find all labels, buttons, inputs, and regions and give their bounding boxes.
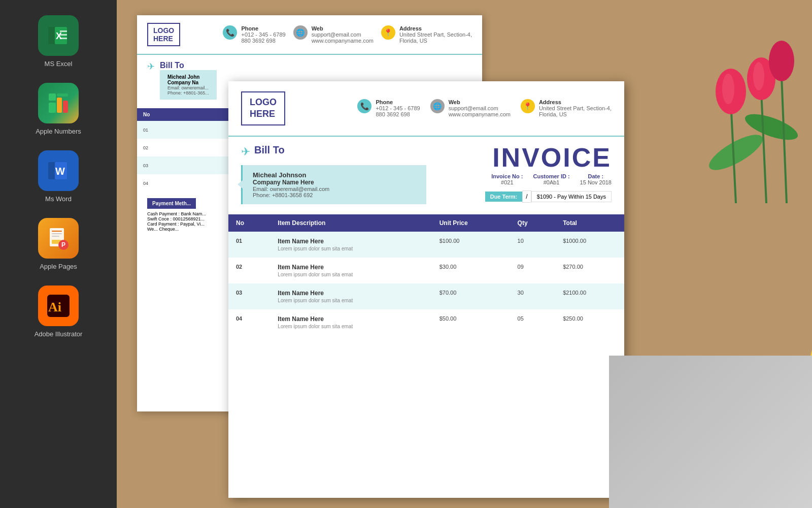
table-row: 04 Item Name Here Lorem ipsum dolor sum … <box>228 309 624 335</box>
tulip-decoration <box>634 0 812 203</box>
svg-rect-5 <box>60 38 67 39</box>
svg-rect-7 <box>49 103 56 113</box>
svg-rect-9 <box>63 101 68 113</box>
excel-icon: X <box>38 15 79 56</box>
svg-point-31 <box>722 74 734 104</box>
customer-id-meta: Customer ID : #0Ab1 <box>533 173 569 185</box>
svg-text:W: W <box>55 166 65 177</box>
sidebar-item-ms-excel[interactable]: X MS Excel <box>38 15 79 68</box>
logo-box: LOGO HERE <box>241 91 285 125</box>
due-slash: / <box>522 190 531 203</box>
excel-label: MS Excel <box>45 60 73 68</box>
invoice-header: LOGO HERE 📞 Phone +012 - 345 - 6789 880 … <box>228 81 624 137</box>
col-unit-price: Unit Price <box>432 214 510 232</box>
svg-text:P: P <box>61 241 65 248</box>
svg-point-30 <box>769 41 794 81</box>
main-area: LOGO HERE 📞 Phone +012 - 345 - 6789 880 … <box>117 0 812 508</box>
col-qty: Qty <box>510 214 556 232</box>
bill-to-section: ✈ Bill To Micheal Johnson Company Name H… <box>241 144 426 204</box>
table-row: 03 Item Name Here Lorem ipsum dolor sum … <box>228 283 624 309</box>
date-meta: Date : 15 Nov 2018 <box>580 173 612 185</box>
svg-rect-3 <box>60 30 67 32</box>
client-phone: Phone: +8801-3658 692 <box>253 192 416 198</box>
back-address-contact: 📍 Address United Street Part, Section-4,… <box>381 25 472 44</box>
col-item-desc: Item Description <box>270 214 431 232</box>
back-web-icon: 🌐 <box>293 25 308 40</box>
svg-point-32 <box>753 62 764 90</box>
sidebar-item-adobe-ai[interactable]: Ai Adobe Illustrator <box>35 285 83 338</box>
invoice-no-meta: Invoice No : #021 <box>491 173 523 185</box>
svg-rect-15 <box>52 231 62 232</box>
sidebar-item-apple-pages[interactable]: P Apple Pages <box>38 218 79 270</box>
ai-icon: Ai <box>38 285 79 326</box>
invoice-meta: Invoice No : #021 Customer ID : #0Ab1 Da… <box>426 173 612 185</box>
bill-to-title: Bill To <box>254 144 285 156</box>
back-address-icon: 📍 <box>381 25 395 40</box>
web-icon: 🌐 <box>430 99 445 113</box>
client-company: Company Name Here <box>253 179 416 186</box>
table-row: 02 Item Name Here Lorem ipsum dolor sum … <box>228 258 624 283</box>
table-row: 01 Item Name Here Lorem ipsum dolor sum … <box>228 232 624 258</box>
back-bill-card: Micheal John Company Na Email: owneremai… <box>160 70 217 100</box>
back-bill-title: Bill To <box>160 61 217 70</box>
back-payment-header: Payment Meth... <box>147 198 196 209</box>
svg-rect-10 <box>57 93 68 97</box>
back-phone-icon: 📞 <box>223 25 237 40</box>
contact-info: 📞 Phone +012 - 345 - 6789 880 3692 698 🌐… <box>357 99 612 117</box>
address-contact-item: 📍 Address United Street Part, Section-4,… <box>521 99 612 117</box>
svg-rect-6 <box>49 93 56 101</box>
client-email: Email: owneremail@email.com <box>253 186 416 192</box>
svg-line-26 <box>761 91 766 203</box>
svg-rect-4 <box>60 34 67 36</box>
sidebar: X MS Excel Apple Numbers W <box>0 0 117 508</box>
client-name: Micheal Johnson <box>253 171 416 179</box>
due-term-row: Due Term: / $1090 - Pay Within 15 Days <box>485 190 612 203</box>
invoice-title: INVOICE <box>426 144 612 171</box>
invoice-front: LOGO HERE 📞 Phone +012 - 345 - 6789 880 … <box>228 81 624 498</box>
ai-label: Adobe Illustrator <box>35 330 83 338</box>
back-invoice-header: LOGO HERE 📞 Phone +012 - 345 - 6789 880 … <box>137 15 482 55</box>
svg-rect-8 <box>57 98 62 113</box>
web-contact-item: 🌐 Web support@email.com www.companyname.… <box>430 99 511 117</box>
back-web-contact: 🌐 Web support@email.com www.companyname.… <box>293 25 374 44</box>
col-no: No <box>228 214 270 232</box>
middle-section: ✈ Bill To Micheal Johnson Company Name H… <box>228 137 624 207</box>
table-header-row: No Item Description Unit Price Qty Total <box>228 214 624 232</box>
svg-rect-16 <box>52 233 62 234</box>
back-phone-contact: 📞 Phone +012 - 345 - 6789 880 3692 698 <box>223 25 285 44</box>
sidebar-item-ms-word[interactable]: W Ms Word <box>38 150 79 203</box>
bill-to-card: Micheal Johnson Company Name Here Email:… <box>241 165 426 204</box>
due-term-label: Due Term: <box>485 192 523 202</box>
svg-rect-17 <box>52 236 59 237</box>
paper-plane-icon: ✈ <box>241 145 250 158</box>
numbers-label: Apple Numbers <box>36 128 81 135</box>
svg-text:X: X <box>56 31 62 41</box>
svg-point-23 <box>704 129 767 177</box>
back-logo: LOGO HERE <box>147 23 180 46</box>
pages-label: Apple Pages <box>40 263 77 270</box>
phone-icon: 📞 <box>357 99 371 113</box>
address-icon: 📍 <box>521 99 535 113</box>
word-icon: W <box>38 150 79 191</box>
sidebar-item-apple-numbers[interactable]: Apple Numbers <box>36 83 81 135</box>
due-term-value: $1090 - Pay Within 15 Days <box>531 191 612 202</box>
svg-text:Ai: Ai <box>48 300 61 314</box>
invoice-table: No Item Description Unit Price Qty Total… <box>228 214 624 335</box>
concrete-surface <box>609 356 812 508</box>
pages-icon: P <box>38 218 79 259</box>
numbers-icon <box>38 83 79 123</box>
word-label: Ms Word <box>45 195 72 203</box>
invoice-title-section: INVOICE Invoice No : #021 Customer ID : … <box>426 144 612 204</box>
back-contact-info: 📞 Phone +012 - 345 - 6789 880 3692 698 🌐… <box>223 25 472 44</box>
phone-contact-item: 📞 Phone +012 - 345 - 6789 880 3692 698 <box>357 99 420 117</box>
col-total: Total <box>555 214 624 232</box>
